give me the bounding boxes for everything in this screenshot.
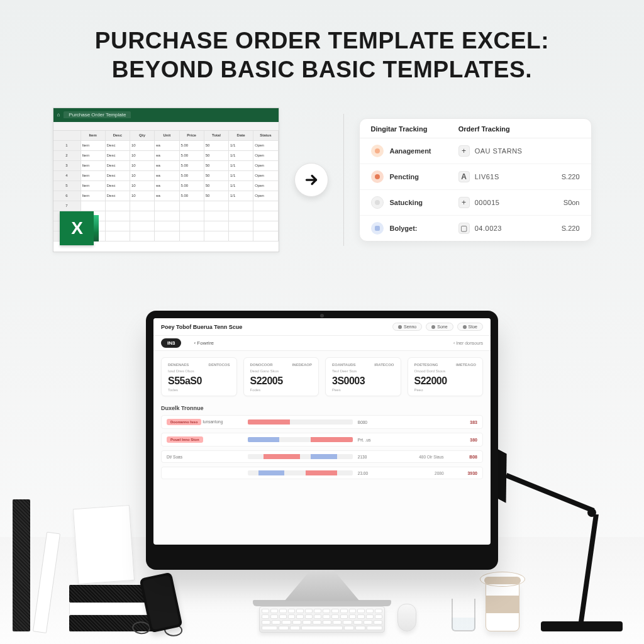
excel-cell[interactable]: Desc bbox=[106, 191, 130, 201]
track-row-pending[interactable]: Pencting A LIV61S S.220 bbox=[360, 164, 591, 190]
excel-cell[interactable] bbox=[253, 221, 278, 231]
excel-cell[interactable] bbox=[253, 201, 278, 211]
excel-cell[interactable]: Item bbox=[81, 141, 106, 151]
excel-cell[interactable]: Desc bbox=[106, 181, 130, 191]
track-row-budget[interactable]: Bolyget: ▢ 04.0023 S.220 bbox=[360, 216, 591, 241]
excel-cell[interactable] bbox=[204, 211, 229, 221]
excel-cell[interactable] bbox=[106, 221, 130, 231]
excel-cell[interactable]: 50 bbox=[204, 141, 229, 151]
excel-cell[interactable] bbox=[229, 221, 253, 231]
excel-cell[interactable] bbox=[204, 221, 229, 231]
excel-cell[interactable]: 50 bbox=[204, 171, 229, 181]
bar-row[interactable]: Pouel Inno Ston Prt. .us 380 bbox=[161, 433, 483, 447]
excel-cell[interactable] bbox=[204, 231, 229, 242]
excel-cell[interactable]: 10 bbox=[130, 151, 155, 161]
excel-cell[interactable] bbox=[106, 231, 130, 242]
plus-icon[interactable]: + bbox=[458, 197, 470, 208]
excel-cell[interactable]: ea bbox=[155, 141, 179, 151]
excel-cell[interactable] bbox=[229, 231, 253, 242]
excel-cell[interactable]: Desc bbox=[106, 171, 130, 181]
excel-cell[interactable]: 1/1 bbox=[229, 161, 253, 171]
excel-cell[interactable]: Item bbox=[81, 191, 106, 201]
excel-cell[interactable]: Item bbox=[81, 161, 106, 171]
track-row-stacking[interactable]: Satucking + 000015 S0on bbox=[360, 190, 591, 216]
excel-cell[interactable] bbox=[229, 211, 253, 221]
track-row-management[interactable]: Aanagement + OAU STARNS bbox=[360, 138, 591, 164]
excel-cell[interactable]: Item bbox=[81, 171, 106, 181]
excel-tab[interactable]: Purchase Order Template bbox=[64, 111, 131, 118]
excel-cell[interactable]: 50 bbox=[204, 151, 229, 161]
excel-cell[interactable] bbox=[180, 221, 204, 231]
excel-cell[interactable] bbox=[204, 201, 229, 211]
excel-cell[interactable] bbox=[130, 201, 155, 211]
tab-active[interactable]: IN3 bbox=[161, 338, 181, 348]
excel-cell[interactable] bbox=[155, 231, 179, 242]
excel-cell[interactable] bbox=[81, 201, 106, 211]
excel-cell[interactable]: ea bbox=[155, 181, 179, 191]
action-button[interactable]: Stoe bbox=[457, 323, 483, 331]
stat-card[interactable]: DonocoorInedeaop Dead Gano Skus S22005 F… bbox=[243, 357, 319, 396]
excel-cell[interactable] bbox=[155, 221, 179, 231]
excel-cell[interactable] bbox=[130, 211, 155, 221]
excel-cell[interactable] bbox=[130, 221, 155, 231]
excel-cell[interactable] bbox=[180, 201, 204, 211]
excel-cell[interactable]: Open bbox=[253, 171, 278, 181]
stat-card[interactable]: PoetesongImeteago Onood Dord Stous S2200… bbox=[408, 357, 484, 396]
excel-cell[interactable]: 5.00 bbox=[180, 161, 204, 171]
excel-cell[interactable]: 10 bbox=[130, 181, 155, 191]
excel-cell[interactable]: Desc bbox=[106, 141, 130, 151]
excel-cell[interactable]: 5.00 bbox=[180, 181, 204, 191]
excel-cell[interactable]: 1/1 bbox=[229, 141, 253, 151]
excel-cell[interactable]: 1/1 bbox=[229, 151, 253, 161]
excel-cell[interactable] bbox=[106, 201, 130, 211]
excel-cell[interactable] bbox=[253, 211, 278, 221]
square-icon[interactable]: ▢ bbox=[458, 223, 470, 234]
excel-cell[interactable]: 10 bbox=[130, 171, 155, 181]
excel-cell[interactable]: Open bbox=[253, 181, 278, 191]
excel-cell[interactable]: 1/1 bbox=[229, 181, 253, 191]
excel-cell[interactable]: 10 bbox=[130, 161, 155, 171]
excel-cell[interactable]: 50 bbox=[204, 181, 229, 191]
excel-cell[interactable] bbox=[229, 201, 253, 211]
excel-cell[interactable]: 50 bbox=[204, 191, 229, 201]
excel-cell[interactable] bbox=[155, 211, 179, 221]
action-button[interactable]: Senno bbox=[392, 323, 422, 331]
excel-cell[interactable]: 5.00 bbox=[180, 141, 204, 151]
excel-cell[interactable] bbox=[155, 201, 179, 211]
excel-cell[interactable]: 5.00 bbox=[180, 171, 204, 181]
excel-cell[interactable]: 5.00 bbox=[180, 151, 204, 161]
excel-cell[interactable]: ea bbox=[155, 171, 179, 181]
excel-cell[interactable]: 1/1 bbox=[229, 191, 253, 201]
plus-icon[interactable]: + bbox=[458, 145, 470, 157]
stat-card[interactable]: EoantaudsIratecoo Teul Deer Stos 3S0003 … bbox=[325, 357, 401, 396]
bar-row[interactable]: Dt/ Soas 2130 480 Olr Siaus B08 bbox=[161, 450, 483, 463]
excel-cell[interactable]: Open bbox=[253, 141, 278, 151]
stat-card[interactable]: DenenaesDentocos Iosd Dres Obos S55aS0 T… bbox=[161, 357, 237, 396]
excel-cell[interactable]: 5.00 bbox=[180, 191, 204, 201]
letter-a-icon[interactable]: A bbox=[458, 171, 470, 182]
excel-cell[interactable]: 10 bbox=[130, 141, 155, 151]
excel-cell[interactable] bbox=[180, 231, 204, 242]
excel-cell[interactable]: ea bbox=[155, 191, 179, 201]
excel-cell[interactable]: Open bbox=[253, 191, 278, 201]
excel-cell[interactable] bbox=[253, 231, 278, 242]
excel-cell[interactable]: 50 bbox=[204, 161, 229, 171]
excel-cell[interactable]: Open bbox=[253, 161, 278, 171]
excel-cell[interactable] bbox=[180, 211, 204, 221]
excel-cell[interactable]: ea bbox=[155, 161, 179, 171]
excel-cell[interactable] bbox=[106, 211, 130, 221]
excel-cell[interactable]: Item bbox=[81, 151, 106, 161]
tab-secondary[interactable]: ‹ Fowrire bbox=[187, 338, 220, 348]
excel-row-header: 6 bbox=[53, 191, 81, 201]
excel-cell[interactable]: ea bbox=[155, 151, 179, 161]
excel-cell[interactable]: Desc bbox=[106, 151, 130, 161]
excel-cell[interactable] bbox=[130, 231, 155, 242]
excel-cell[interactable]: 1/1 bbox=[229, 171, 253, 181]
excel-cell[interactable]: 10 bbox=[130, 191, 155, 201]
excel-cell[interactable]: Open bbox=[253, 151, 278, 161]
excel-cell[interactable]: Item bbox=[81, 181, 106, 191]
action-button[interactable]: Sone bbox=[426, 323, 453, 331]
bar-row[interactable]: Doonanno Isso Iunsantong B000 383 bbox=[161, 415, 483, 429]
excel-cell[interactable]: Desc bbox=[106, 161, 130, 171]
bar-row[interactable]: 23.00 2080 3930 bbox=[161, 467, 483, 479]
